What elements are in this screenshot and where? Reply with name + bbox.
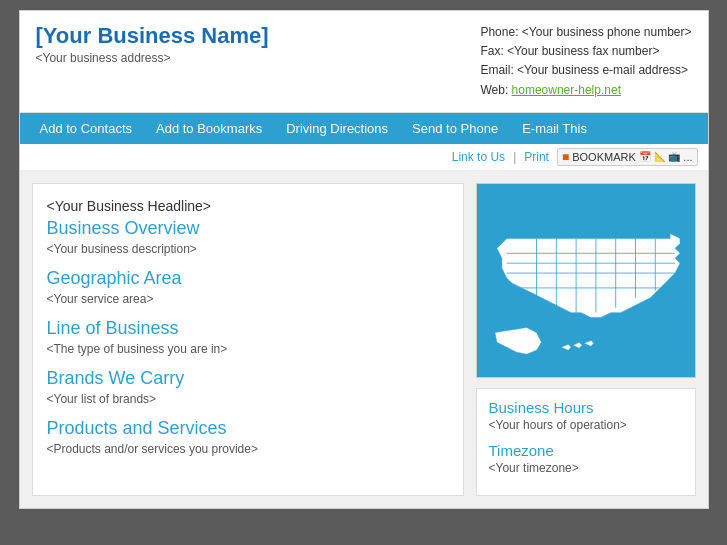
- nav-email-this[interactable]: E-mail This: [510, 113, 599, 144]
- bookmark-icon: ■: [562, 150, 569, 164]
- business-address: <Your business address>: [36, 51, 269, 65]
- right-desc-timezone: <Your timezone>: [489, 461, 683, 475]
- section-title-lob: Line of Business: [47, 318, 449, 339]
- fax-info: Fax: <Your business fax number>: [480, 42, 691, 61]
- header-right: Phone: <Your business phone number> Fax:…: [480, 23, 691, 100]
- section-desc-brands: <Your list of brands>: [47, 392, 449, 406]
- ellipsis: ...: [683, 151, 692, 163]
- section-desc-lob: <The type of business you are in>: [47, 342, 449, 356]
- section-desc-overview: <Your business description>: [47, 242, 449, 256]
- nav-add-contacts[interactable]: Add to Contacts: [28, 113, 145, 144]
- page-wrapper: [Your Business Name] <Your business addr…: [19, 10, 709, 509]
- phone-info: Phone: <Your business phone number>: [480, 23, 691, 42]
- right-title-timezone: Timezone: [489, 442, 683, 459]
- bookmark-icons: 📅 📐 📺: [639, 151, 681, 162]
- section-title-geographic: Geographic Area: [47, 268, 449, 289]
- right-panel: Business Hours <Your hours of operation>…: [476, 183, 696, 496]
- right-info: Business Hours <Your hours of operation>…: [476, 388, 696, 496]
- map-container: [476, 183, 696, 378]
- section-title-overview: Business Overview: [47, 218, 449, 239]
- left-panel: <Your Business Headline> Business Overvi…: [32, 183, 464, 496]
- us-map: [477, 184, 695, 377]
- separator: |: [513, 150, 516, 164]
- bookmark-label: BOOKMARK: [572, 151, 636, 163]
- nav-driving-directions[interactable]: Driving Directions: [274, 113, 400, 144]
- web-info: Web: homeowner-help.net: [480, 81, 691, 100]
- web-link[interactable]: homeowner-help.net: [512, 83, 621, 97]
- web-label: Web:: [480, 83, 511, 97]
- right-title-hours: Business Hours: [489, 399, 683, 416]
- print-link[interactable]: Print: [524, 150, 549, 164]
- business-name: [Your Business Name]: [36, 23, 269, 49]
- section-desc-geographic: <Your service area>: [47, 292, 449, 306]
- header: [Your Business Name] <Your business addr…: [20, 11, 708, 113]
- main-content: <Your Business Headline> Business Overvi…: [20, 171, 708, 508]
- right-desc-hours: <Your hours of operation>: [489, 418, 683, 432]
- section-title-brands: Brands We Carry: [47, 368, 449, 389]
- headline: <Your Business Headline>: [47, 198, 449, 214]
- toolbar-row: Link to Us | Print ■ BOOKMARK 📅 📐 📺 ...: [20, 144, 708, 171]
- navbar: Add to Contacts Add to Bookmarks Driving…: [20, 113, 708, 144]
- nav-add-bookmarks[interactable]: Add to Bookmarks: [144, 113, 274, 144]
- section-title-products: Products and Services: [47, 418, 449, 439]
- email-info: Email: <Your business e-mail address>: [480, 61, 691, 80]
- section-desc-products: <Products and/or services you provide>: [47, 442, 449, 456]
- bookmark-button[interactable]: ■ BOOKMARK 📅 📐 📺 ...: [557, 148, 698, 166]
- header-left: [Your Business Name] <Your business addr…: [36, 23, 269, 65]
- nav-send-to-phone[interactable]: Send to Phone: [400, 113, 510, 144]
- link-to-us[interactable]: Link to Us: [452, 150, 505, 164]
